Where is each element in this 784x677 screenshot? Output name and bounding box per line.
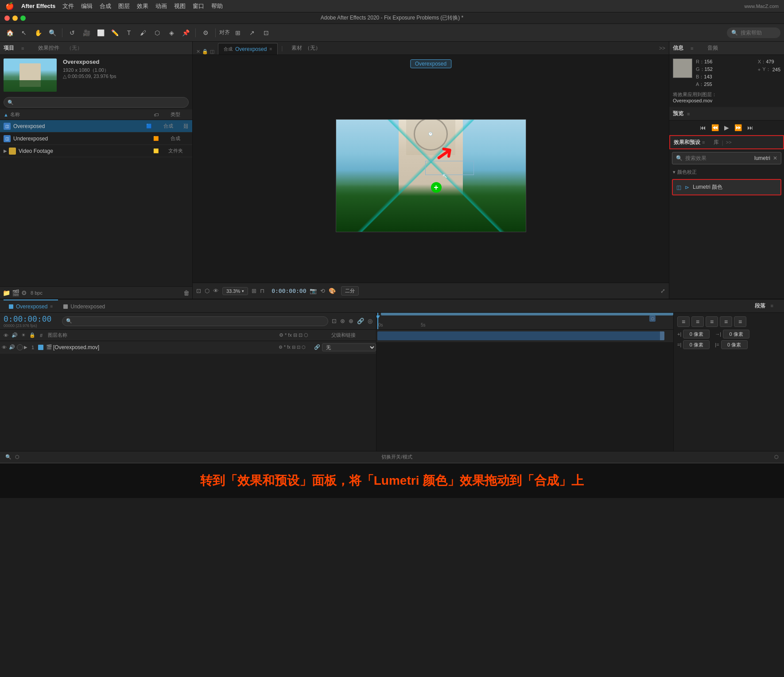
- effects-presets-title[interactable]: 效果和预设: [674, 139, 700, 146]
- align-button[interactable]: ⊞: [232, 27, 244, 39]
- selection-tool[interactable]: ↖: [18, 27, 30, 39]
- effects-presets-menu[interactable]: ≡: [702, 140, 705, 145]
- project-search[interactable]: 🔍: [4, 97, 189, 108]
- effects-search-input[interactable]: [685, 155, 752, 161]
- sw-fx[interactable]: fx: [287, 345, 291, 350]
- menu-after-effects[interactable]: After Effects: [21, 3, 55, 9]
- project-search-input[interactable]: [16, 99, 185, 105]
- effects-search-clear[interactable]: ✕: [773, 155, 777, 161]
- status-zoom-icon[interactable]: 🔍: [5, 454, 12, 460]
- menu-animation[interactable]: 动画: [155, 2, 167, 10]
- para-btn-5[interactable]: ≡: [734, 316, 746, 327]
- library-title[interactable]: 库: [714, 139, 719, 146]
- tab-solo-icon[interactable]: ◫: [210, 49, 214, 54]
- maximize-button[interactable]: [20, 16, 26, 21]
- project-item-overexposed[interactable]: ◫ Overexposed 🟦 合成 ⛓: [0, 120, 192, 132]
- zoom-control[interactable]: 33.3% ▾: [222, 287, 248, 295]
- para-menu-icon[interactable]: ≡: [771, 303, 773, 308]
- minimize-button[interactable]: [12, 16, 18, 21]
- preview-menu-icon[interactable]: ≡: [687, 111, 690, 117]
- tab-comp-menu[interactable]: ≡: [269, 47, 272, 51]
- brush-tool[interactable]: 🖌: [137, 27, 149, 39]
- viewer-expand-icon[interactable]: ⤢: [660, 288, 665, 294]
- project-new-folder-icon[interactable]: 📁: [3, 289, 10, 296]
- camera-capture-icon[interactable]: 📷: [310, 288, 317, 294]
- para-btn-4[interactable]: ≡: [720, 316, 732, 327]
- hand-tool[interactable]: ✋: [32, 27, 44, 39]
- pen-tool[interactable]: ✏️: [109, 27, 121, 39]
- track-end-handle[interactable]: [660, 331, 664, 340]
- puppet-tool[interactable]: ⚙: [199, 27, 212, 39]
- apple-menu[interactable]: 🍎: [5, 2, 14, 10]
- sw-4[interactable]: ⊡: [297, 345, 300, 350]
- para-btn-3[interactable]: ≡: [706, 316, 718, 327]
- tab-overexposed[interactable]: 合成 Overexposed ≡: [218, 43, 278, 54]
- workspace-button[interactable]: ⊡: [260, 27, 272, 39]
- menu-file[interactable]: 文件: [62, 2, 74, 10]
- zoom-tool[interactable]: 🔍: [46, 27, 58, 39]
- prev-prev-icon[interactable]: ⏪: [711, 124, 719, 131]
- viewer-motion-icon[interactable]: 👁: [213, 288, 219, 294]
- project-trash-icon[interactable]: 🗑: [183, 289, 190, 296]
- overexposed-link-icon[interactable]: ⛓: [183, 123, 189, 129]
- effects-search[interactable]: 🔍 lumetri ✕: [672, 152, 781, 164]
- para-val-1[interactable]: 0 像素: [683, 330, 710, 338]
- tab-footage[interactable]: 素材 （无）: [286, 43, 326, 53]
- comp-canvas[interactable]: 🕐 + ↖ ➜: [336, 119, 526, 232]
- switch-mode-label[interactable]: 切换开关/模式: [381, 454, 412, 460]
- sort-icon[interactable]: ▲: [4, 112, 8, 117]
- time-ruler[interactable]: 0s 5s: [376, 313, 673, 330]
- tl-tool-4[interactable]: 🔗: [357, 318, 364, 324]
- zoom-dropdown-icon[interactable]: ▾: [242, 289, 244, 293]
- menu-edit[interactable]: 编辑: [81, 2, 93, 10]
- info-title[interactable]: 信息: [673, 44, 683, 52]
- color-adjust-icon[interactable]: 🎨: [329, 288, 336, 294]
- tab-close-icon[interactable]: ✕: [196, 49, 200, 54]
- prev-last-icon[interactable]: ⏭: [747, 124, 753, 131]
- parent-select[interactable]: 无: [322, 343, 376, 351]
- para-btn-1[interactable]: ≡: [677, 316, 690, 327]
- fit-comp-icon[interactable]: ⊞: [252, 288, 256, 294]
- menu-window[interactable]: 窗口: [193, 2, 204, 10]
- tl-tool-1[interactable]: ⊡: [332, 318, 337, 324]
- sw-2[interactable]: *: [284, 345, 286, 350]
- status-lock-icon[interactable]: ⬡: [774, 454, 779, 460]
- info-menu-icon[interactable]: ≡: [691, 46, 693, 51]
- category-expand-icon[interactable]: ▾: [673, 169, 675, 175]
- track-bar-1[interactable]: [377, 331, 664, 340]
- parent-link-icon[interactable]: 🔗: [314, 344, 320, 350]
- text-tool[interactable]: T: [123, 27, 135, 39]
- menu-composition[interactable]: 合成: [100, 2, 111, 10]
- tl-tab-overexposed[interactable]: Overexposed ≡: [4, 300, 58, 313]
- timeline-timecode[interactable]: 0:00:00:00: [4, 314, 51, 323]
- prev-first-icon[interactable]: ⏮: [700, 124, 706, 131]
- resolution-control[interactable]: 二分: [341, 286, 359, 296]
- project-panel-title[interactable]: 项目: [4, 44, 14, 52]
- layer-row-1[interactable]: 👁 🔊 ▶ 1 🎬 [Overexposed.mov] ⚙ * fx ⊟: [0, 341, 376, 354]
- para-val-5[interactable]: 0 像素: [683, 340, 710, 349]
- effects-control-title[interactable]: 效果控件: [38, 44, 59, 52]
- tl-tab-underexposed[interactable]: Underexposed: [58, 300, 110, 313]
- library-more[interactable]: >>: [726, 140, 732, 145]
- stamp-tool[interactable]: ⬡: [151, 27, 163, 39]
- prev-next-icon[interactable]: ⏩: [734, 124, 742, 131]
- sw-3[interactable]: ⊟: [292, 345, 295, 350]
- tl-tab-menu[interactable]: ≡: [50, 304, 53, 309]
- project-settings-icon[interactable]: ⚙: [21, 289, 27, 296]
- more-panels-icon[interactable]: >>: [659, 45, 665, 51]
- audio-title[interactable]: 音频: [707, 44, 718, 52]
- tab-lock-icon[interactable]: 🔒: [202, 49, 208, 54]
- para-val-3[interactable]: 0 像素: [723, 330, 749, 338]
- menu-effects[interactable]: 效果: [137, 2, 148, 10]
- para-val-7[interactable]: 0 像素: [721, 340, 748, 349]
- project-item-underexposed[interactable]: ◫ Underexposed 🟧 合成: [0, 132, 192, 145]
- viewer-3d-icon[interactable]: ⬡: [205, 288, 210, 294]
- sw-1[interactable]: ⚙: [279, 345, 283, 350]
- sync-icon[interactable]: ⟲: [320, 288, 325, 294]
- bit-depth[interactable]: 8 bpc: [31, 290, 43, 296]
- tl-tool-2[interactable]: ⊛: [340, 318, 345, 324]
- rect-tool[interactable]: ⬜: [94, 27, 107, 39]
- para-btn-2[interactable]: ≡: [691, 316, 704, 327]
- menu-help[interactable]: 帮助: [211, 2, 223, 10]
- project-new-comp-icon[interactable]: 🎬: [12, 289, 19, 296]
